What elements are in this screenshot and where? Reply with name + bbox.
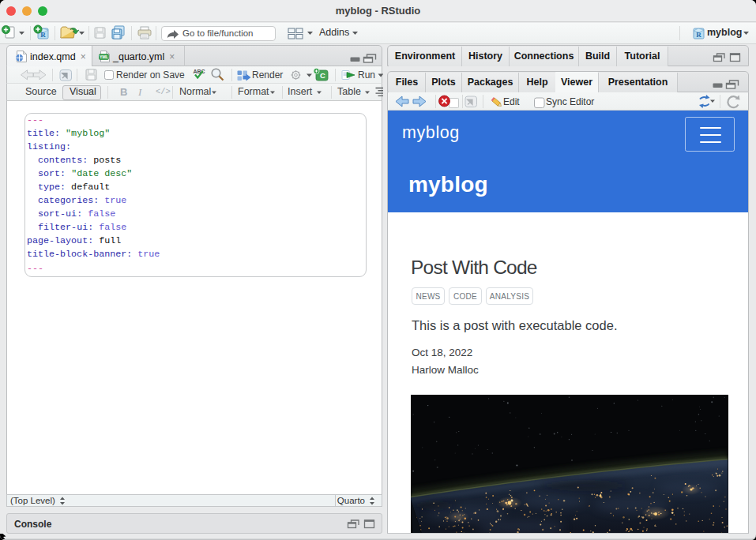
svg-text:ABC: ABC: [194, 69, 205, 74]
svg-text:C: C: [320, 71, 325, 80]
svg-text:R: R: [696, 31, 701, 39]
svg-text:YML: YML: [100, 54, 109, 59]
